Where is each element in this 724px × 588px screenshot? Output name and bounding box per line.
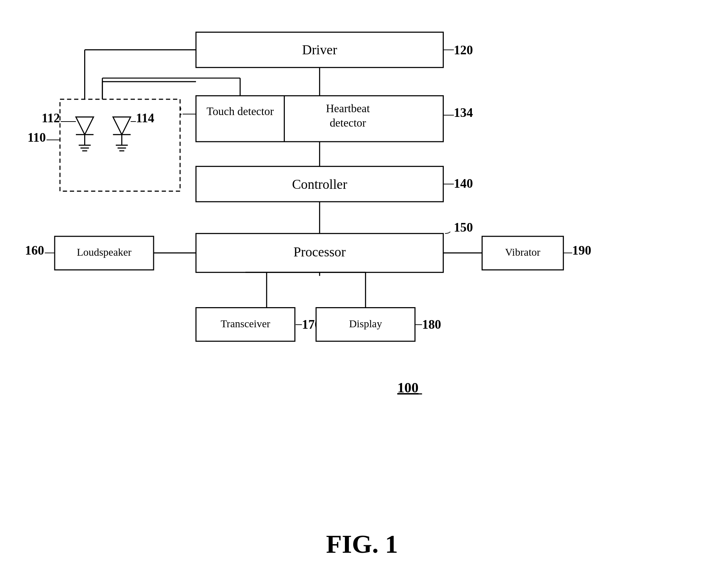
svg-text:Loudspeaker: Loudspeaker [77,246,131,258]
svg-rect-13 [196,167,443,202]
svg-text:134: 134 [454,105,473,120]
svg-marker-37 [76,117,94,135]
diagram-container: Driver 120 Touch detector Heartbeat dete… [22,22,702,516]
svg-text:Touch detector: Touch detector [206,105,274,118]
svg-text:Driver: Driver [302,42,337,57]
svg-rect-32 [316,308,415,341]
svg-text:150: 150 [454,220,473,234]
svg-rect-20 [55,236,154,270]
diagram-svg: Driver 120 Touch detector Heartbeat dete… [22,22,702,516]
svg-rect-28 [196,308,295,341]
svg-rect-4 [196,96,443,142]
svg-text:Transceiver: Transceiver [220,318,270,329]
svg-rect-17 [196,233,443,272]
svg-text:110: 110 [27,130,46,145]
svg-text:170: 170 [302,317,321,332]
svg-text:140: 140 [454,176,473,191]
svg-rect-36 [60,99,180,191]
svg-text:Vibrator: Vibrator [505,246,540,258]
svg-text:120: 120 [454,43,473,57]
svg-rect-24 [482,236,563,270]
svg-text:160: 160 [25,243,44,257]
svg-text:132: 132 [163,104,182,118]
svg-text:Controller: Controller [292,177,347,192]
svg-text:112: 112 [42,111,60,125]
svg-text:100: 100 [397,380,419,395]
svg-marker-43 [113,117,131,135]
svg-text:190: 190 [572,243,591,257]
svg-text:detector: detector [330,117,366,129]
figure-caption: FIG. 1 [326,529,398,559]
svg-rect-0 [196,32,443,67]
svg-text:Processor: Processor [293,245,346,259]
svg-text:Heartbeat: Heartbeat [326,102,370,115]
svg-text:Display: Display [349,318,382,329]
svg-text:114: 114 [136,111,154,125]
svg-text:180: 180 [422,317,441,332]
